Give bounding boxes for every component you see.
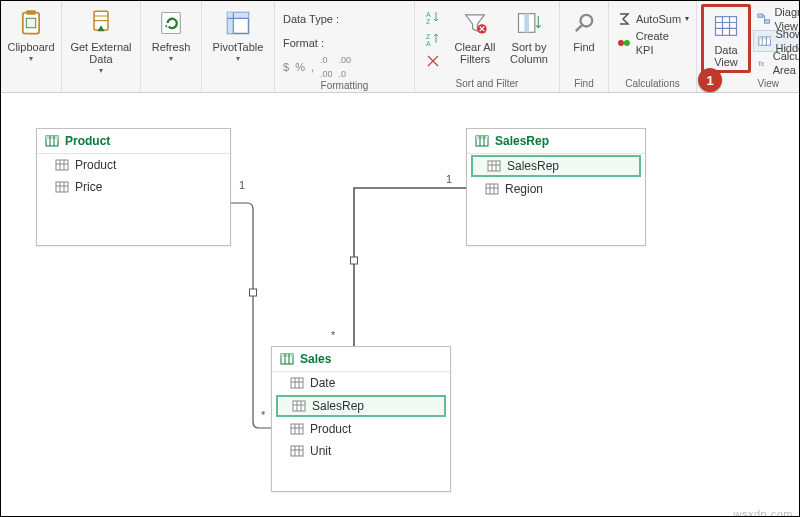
sort-desc-button[interactable]: ZA (421, 28, 445, 50)
datatype-dropdown[interactable]: Data Type : (279, 8, 343, 30)
entity-field[interactable]: Date (272, 372, 450, 394)
svg-rect-35 (281, 354, 293, 357)
entity-sales[interactable]: Sales Date SalesRep Product Unit (271, 346, 451, 492)
svg-point-17 (624, 40, 630, 46)
sort-asc-button[interactable]: AZ (421, 6, 445, 28)
currency-icon[interactable]: $ (283, 60, 289, 74)
column-icon (487, 159, 501, 173)
format-label: Format : (283, 36, 324, 50)
pivottable-icon (224, 9, 252, 37)
datatype-label: Data Type : (283, 12, 339, 26)
cardinality-many: * (261, 409, 265, 421)
calculation-area-icon: fx (757, 55, 769, 71)
dropdown-arrow-icon: ▾ (236, 53, 240, 65)
entity-product[interactable]: Product Product Price (36, 128, 231, 246)
show-hidden-icon (758, 33, 771, 49)
svg-text:A: A (426, 40, 431, 47)
svg-rect-36 (291, 378, 303, 388)
svg-point-16 (618, 40, 624, 46)
entity-title[interactable]: Sales (272, 347, 450, 372)
decrease-decimal-icon[interactable]: .00.0 (338, 53, 351, 81)
clear-sort-button[interactable] (421, 50, 445, 72)
entity-title[interactable]: SalesRep (467, 129, 645, 154)
entity-field[interactable]: Price (37, 176, 230, 198)
diagram-canvas[interactable]: 1 1 * * Product Product Price SalesRep S… (1, 93, 800, 517)
entity-field-selected[interactable]: SalesRep (276, 395, 446, 417)
group-label: Calculations (625, 76, 679, 90)
entity-field[interactable]: Product (272, 418, 450, 440)
get-external-data-button[interactable]: Get External Data ▾ (66, 4, 136, 79)
entity-field[interactable]: Unit (272, 440, 450, 462)
refresh-label: Refresh (152, 41, 191, 53)
refresh-button[interactable]: Refresh ▾ (145, 4, 197, 67)
table-icon (475, 134, 489, 148)
svg-rect-28 (56, 160, 68, 170)
entity-field-selected[interactable]: SalesRep (471, 155, 641, 177)
percent-icon[interactable]: % (295, 60, 305, 74)
column-icon (485, 182, 499, 196)
svg-text:fx: fx (758, 59, 764, 68)
group-label: View (757, 76, 779, 90)
group-label: Formatting (321, 78, 369, 92)
svg-rect-7 (228, 13, 234, 34)
clipboard-button[interactable]: Clipboard ▾ (5, 4, 57, 67)
sort-by-column-button[interactable]: Sort by Column (503, 4, 555, 67)
svg-rect-14 (524, 14, 529, 33)
increase-decimal-icon[interactable]: .0.00 (320, 53, 333, 81)
get-external-data-label: Get External Data (70, 41, 131, 65)
kpi-icon (616, 35, 632, 51)
group-label: Find (574, 76, 593, 90)
svg-rect-18 (716, 17, 737, 36)
comma-icon[interactable]: , (311, 60, 314, 74)
entity-field[interactable]: Region (467, 178, 645, 200)
svg-rect-37 (293, 401, 305, 411)
create-kpi-button[interactable]: Create KPI (612, 32, 693, 54)
data-view-icon (712, 12, 740, 40)
autosum-button[interactable]: AutoSum ▾ (612, 8, 693, 30)
find-button[interactable]: Find (564, 4, 604, 55)
entity-field[interactable]: Product (37, 154, 230, 176)
diagram-view-icon (757, 11, 770, 27)
svg-rect-32 (488, 161, 500, 171)
table-icon (280, 352, 294, 366)
entity-field-label: Product (310, 422, 351, 436)
svg-rect-2 (26, 18, 35, 27)
column-icon (290, 376, 304, 390)
data-view-button[interactable]: Data View (704, 7, 748, 70)
column-icon (292, 399, 306, 413)
svg-rect-31 (476, 136, 488, 139)
group-label: Sort and Filter (456, 76, 519, 90)
autosum-label: AutoSum (636, 12, 681, 26)
entity-title-text: SalesRep (495, 134, 549, 148)
svg-point-15 (581, 15, 593, 27)
cardinality-many: * (331, 329, 335, 341)
svg-rect-22 (759, 37, 771, 40)
clear-all-filters-button[interactable]: Clear All Filters (449, 4, 501, 67)
svg-rect-1 (26, 10, 35, 15)
clear-all-filters-label: Clear All Filters (455, 41, 496, 65)
find-icon (570, 9, 598, 37)
ribbon-group-view: Data View 1 Diagram View Show Hidden fx … (697, 1, 800, 92)
entity-title-text: Sales (300, 352, 331, 366)
column-icon (55, 158, 69, 172)
clear-sort-icon (425, 53, 441, 69)
format-dropdown[interactable]: Format : (279, 32, 328, 54)
calculation-area-label: Calculation Area (773, 49, 800, 77)
pivottable-button[interactable]: PivotTable ▾ (206, 4, 270, 67)
clipboard-label: Clipboard (7, 41, 54, 53)
ribbon-group-clipboard: Clipboard ▾ (1, 1, 62, 92)
svg-text:Z: Z (426, 18, 431, 25)
calculation-area-button[interactable]: fx Calculation Area (753, 52, 800, 74)
callout-highlight: Data View 1 (701, 4, 751, 73)
column-icon (55, 180, 69, 194)
column-icon (290, 444, 304, 458)
data-view-label: Data View (714, 44, 738, 68)
entity-title[interactable]: Product (37, 129, 230, 154)
sort-by-column-icon (515, 9, 543, 37)
ribbon-group-pivot: PivotTable ▾ (202, 1, 275, 92)
table-icon (45, 134, 59, 148)
number-format-buttons[interactable]: $ % , .0.00 .00.0 (279, 56, 355, 78)
sort-asc-icon: AZ (425, 9, 441, 25)
entity-salesrep[interactable]: SalesRep SalesRep Region (466, 128, 646, 246)
svg-rect-20 (765, 20, 770, 23)
